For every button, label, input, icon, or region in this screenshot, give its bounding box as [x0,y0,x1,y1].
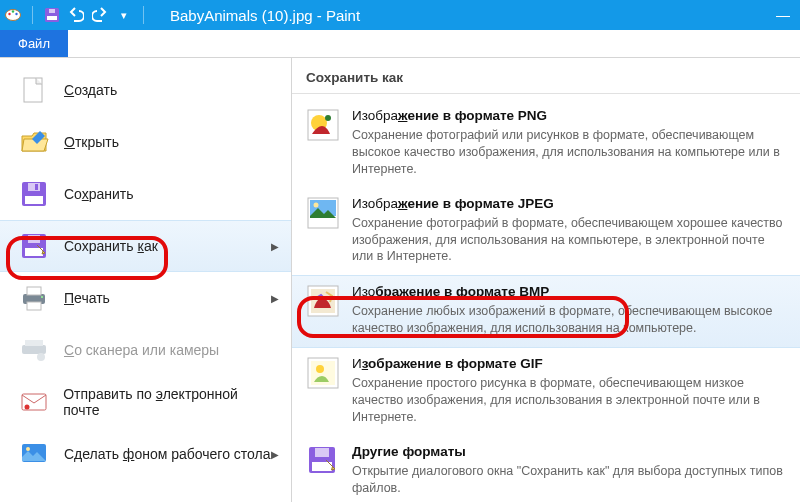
window-buttons: — [776,7,796,23]
jpeg-icon [306,196,340,230]
menu-label: Печать [64,290,110,306]
menu-label: Сохранить как [64,238,158,254]
open-folder-icon [18,126,50,158]
svg-point-3 [15,13,17,15]
save-icon[interactable] [43,6,61,24]
format-desc: Сохранение любых изображений в формате, … [352,303,786,337]
format-desc: Открытие диалогового окна "Сохранить как… [352,463,786,497]
format-title: Изображение в формате JPEG [352,196,786,211]
chevron-right-icon: ▶ [271,449,279,460]
menu-label: Со сканера или камеры [64,342,219,358]
svg-rect-14 [28,235,40,243]
file-tab[interactable]: Файл [0,30,68,57]
menu-set-wallpaper[interactable]: Сделать фоном рабочего стола ▶ [0,428,291,480]
menu-label: Отправить по электронной почте [63,386,273,418]
chevron-right-icon: ▶ [271,293,279,304]
title-appname: Paint [326,7,360,24]
svg-rect-17 [27,302,41,310]
svg-rect-9 [25,196,43,204]
printer-icon [18,282,50,314]
svg-point-31 [314,202,319,207]
png-icon [306,108,340,142]
svg-rect-20 [25,340,43,346]
menu-send-email[interactable]: Отправить по электронной почте [0,376,291,428]
submenu-header: Сохранить как [292,66,800,94]
svg-rect-6 [49,9,55,13]
menu-label: Создать [64,82,117,98]
svg-rect-16 [27,287,41,295]
svg-point-2 [12,10,14,12]
menu-print[interactable]: Печать ▶ [0,272,291,324]
format-desc: Сохранение фотографий в формате, обеспеч… [352,215,786,266]
quick-access-toolbar: ▾ [4,6,148,24]
save-as-submenu: Сохранить как Изображение в формате PNG … [292,58,800,502]
menu-open[interactable]: Открыть [0,116,291,168]
gif-icon [306,356,340,390]
file-backstage: Создать Открыть Сохранить Сохранить как … [0,58,800,502]
menu-create[interactable]: Создать [0,64,291,116]
svg-point-21 [37,353,45,361]
format-title: Изображение в формате BMP [352,284,786,299]
wallpaper-icon [18,438,50,470]
file-tab-label: Файл [18,36,50,51]
new-file-icon [18,74,50,106]
svg-point-18 [41,296,43,298]
format-jpeg[interactable]: Изображение в формате JPEG Сохранение фо… [292,188,800,276]
menu-from-scanner: Со сканера или камеры [0,324,291,376]
app-icon [4,6,22,24]
svg-rect-13 [25,248,43,256]
menu-save[interactable]: Сохранить [0,168,291,220]
format-gif[interactable]: Изображение в формате GIF Сохранение про… [292,348,800,436]
file-menu: Создать Открыть Сохранить Сохранить как … [0,58,292,502]
other-formats-icon [306,444,340,478]
title-filename: BabyAnimals (10).jpg [170,7,313,24]
svg-point-28 [325,115,331,121]
envelope-icon [18,386,49,418]
svg-rect-39 [315,448,329,457]
qat-customize-icon[interactable]: ▾ [115,6,133,24]
minimize-icon[interactable]: — [776,7,790,23]
menu-label: Сделать фоном рабочего стола [64,446,271,462]
svg-point-36 [316,365,324,373]
titlebar: ▾ BabyAnimals (10).jpg - Paint — [0,0,800,30]
menu-label: Открыть [64,134,119,150]
scanner-icon [18,334,50,366]
save-as-icon [18,230,50,262]
format-title: Другие форматы [352,444,786,459]
format-png[interactable]: Изображение в формате PNG Сохранение фот… [292,100,800,188]
svg-rect-11 [35,184,38,190]
format-title: Изображение в формате PNG [352,108,786,123]
svg-point-23 [24,405,29,410]
menu-save-as[interactable]: Сохранить как ▶ [0,220,291,272]
svg-rect-5 [47,16,57,20]
svg-point-25 [26,447,30,451]
menu-label: Сохранить [64,186,134,202]
svg-point-1 [8,13,10,15]
format-desc: Сохранение фотографий или рисунков в фор… [352,127,786,178]
svg-rect-19 [22,345,46,354]
chevron-right-icon: ▶ [271,241,279,252]
format-other[interactable]: Другие форматы Открытие диалогового окна… [292,436,800,502]
save-disk-icon [18,178,50,210]
undo-icon[interactable] [67,6,85,24]
redo-icon[interactable] [91,6,109,24]
window-title: BabyAnimals (10).jpg - Paint [166,7,776,24]
format-bmp[interactable]: Изображение в формате BMP Сохранение люб… [292,275,800,348]
bmp-icon [306,284,340,318]
ribbon-tabbar: Файл [0,30,800,58]
format-title: Изображение в формате GIF [352,356,786,371]
svg-rect-10 [28,183,40,191]
format-desc: Сохранение простого рисунка в формате, о… [352,375,786,426]
